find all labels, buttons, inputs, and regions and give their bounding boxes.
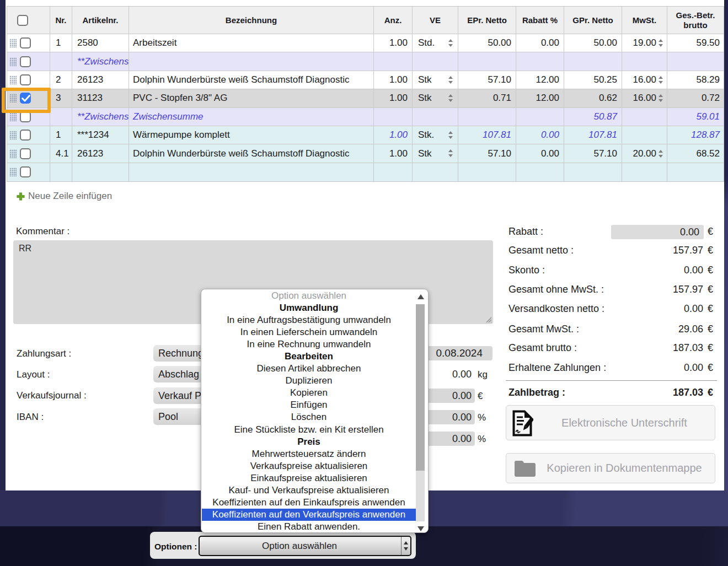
cell-rabatt[interactable]: 0.00 xyxy=(516,144,564,162)
cell-rabatt[interactable] xyxy=(516,52,564,70)
cell-mwst[interactable]: 20.00 xyxy=(622,144,667,162)
dropdown-option[interactable]: Mehrwertsteuersatz ändern xyxy=(202,448,416,460)
electronic-signature-button[interactable]: Elektronische Unterschrift xyxy=(506,405,715,440)
spinner-icon[interactable] xyxy=(448,131,453,139)
cell-gesamt-brutto[interactable] xyxy=(667,52,724,70)
cell-ve[interactable] xyxy=(413,163,458,181)
spinner-icon[interactable] xyxy=(659,94,663,103)
cell-ve[interactable]: Stk. xyxy=(413,126,458,144)
cell-anzahl[interactable]: 1.00 xyxy=(374,144,413,162)
resize-handle-icon[interactable] xyxy=(486,317,492,323)
cell-ve[interactable]: Std. xyxy=(413,34,458,52)
dropdown-option[interactable]: In eine Rechnung umwandeln xyxy=(202,338,416,351)
cell-gpr-netto[interactable]: 107.81 xyxy=(564,126,622,144)
dropdown-option[interactable]: Kauf- und Verkaufspreise aktualisieren xyxy=(202,484,416,497)
cell-epr-netto[interactable] xyxy=(458,108,516,126)
cell-bezeichnung[interactable]: PVC - Stopfen 3/8" AG xyxy=(129,89,374,107)
cell-ve[interactable]: Stk xyxy=(413,144,458,162)
cell-artikelnr[interactable]: 31123 xyxy=(72,89,129,107)
drag-handle-icon[interactable] xyxy=(9,39,17,47)
scroll-up-icon[interactable] xyxy=(417,294,424,299)
cell-gesamt-brutto[interactable] xyxy=(667,163,724,181)
cell-artikelnr[interactable]: 26123 xyxy=(72,144,129,162)
row-checkbox[interactable] xyxy=(20,130,31,141)
cell-bezeichnung[interactable]: Dolphin Wunderbürste weiß Schaumstoff Di… xyxy=(129,144,374,162)
cell-ve[interactable]: Stk xyxy=(413,89,458,107)
cell-ve[interactable]: Stk xyxy=(413,71,458,89)
cell-gesamt-brutto[interactable]: 0.72 xyxy=(667,89,724,107)
cell-bezeichnung[interactable] xyxy=(129,163,374,181)
cell-rabatt[interactable] xyxy=(516,163,564,181)
spinner-icon[interactable] xyxy=(448,76,453,84)
dropdown-option[interactable]: Option auswählen xyxy=(202,290,416,302)
cell-mwst[interactable]: 19.00 xyxy=(622,34,667,52)
row-checkbox[interactable] xyxy=(20,148,31,159)
spinner-icon[interactable] xyxy=(448,149,453,158)
cell-rabatt[interactable] xyxy=(516,108,564,126)
dropdown-option[interactable]: Duplizieren xyxy=(202,375,416,387)
cell-bezeichnung[interactable] xyxy=(129,52,374,70)
cell-gesamt-brutto[interactable]: 128.87 xyxy=(667,126,724,144)
options-select[interactable]: Option auswählen xyxy=(199,536,411,556)
cell-anzahl[interactable]: 1.00 xyxy=(374,71,413,89)
cell-gpr-netto[interactable]: 57.10 xyxy=(564,144,622,162)
dropdown-option[interactable]: Koeffizienten auf den Einkaufspreis anwe… xyxy=(202,497,416,509)
dropdown-option[interactable]: Einfügen xyxy=(202,399,416,411)
dropdown-option[interactable]: In eine Auftragsbestätigung umwandeln xyxy=(202,314,416,326)
spinner-icon[interactable] xyxy=(659,149,663,158)
row-checkbox[interactable] xyxy=(20,37,31,48)
scrollbar-thumb[interactable] xyxy=(416,304,425,471)
cell-bezeichnung[interactable]: Dolphin Wunderbürste weiß Schaumstoff Di… xyxy=(129,71,374,89)
cell-artikelnr[interactable]: ***1234 xyxy=(72,126,129,144)
cell-epr-netto[interactable]: 0.71 xyxy=(458,89,516,107)
dropdown-option[interactable]: Einkaufspreise aktualisieren xyxy=(202,472,416,484)
cell-mwst[interactable] xyxy=(622,126,667,144)
spinner-icon[interactable] xyxy=(448,39,453,47)
cell-gesamt-brutto[interactable]: 68.52 xyxy=(667,144,724,162)
dropdown-option[interactable]: Bearbeiten xyxy=(202,351,416,363)
spinner-icon[interactable] xyxy=(448,94,453,103)
cell-gesamt-brutto[interactable]: 59.50 xyxy=(667,34,724,52)
cell-anzahl[interactable]: 1.00 xyxy=(374,34,413,52)
cell-epr-netto[interactable]: 50.00 xyxy=(458,34,516,52)
dropdown-option[interactable]: Kopieren xyxy=(202,387,416,399)
row-checkbox[interactable] xyxy=(20,56,31,67)
dropdown-option[interactable]: Eine Stückliste bzw. ein Kit erstellen xyxy=(202,424,416,436)
cell-rabatt[interactable]: 0.00 xyxy=(516,126,564,144)
cell-ve[interactable] xyxy=(413,52,458,70)
spinner-icon[interactable] xyxy=(659,39,663,47)
cell-gpr-netto[interactable]: 0.62 xyxy=(564,89,622,107)
dropdown-option[interactable]: In einen Lieferschein umwandeln xyxy=(202,326,416,338)
cell-mwst[interactable] xyxy=(622,163,667,181)
cell-mwst[interactable] xyxy=(622,52,667,70)
dropdown-option[interactable]: Verkaufspreise aktualisieren xyxy=(202,460,416,472)
cell-artikelnr[interactable]: **Zwischensumme** xyxy=(72,52,129,70)
copy-to-folder-button[interactable]: Kopieren in Dokumentenmappe xyxy=(506,453,715,483)
cell-gpr-netto[interactable]: 50.00 xyxy=(564,34,622,52)
cell-bezeichnung[interactable]: Wärmepumpe komplett xyxy=(129,126,374,144)
drag-handle-icon[interactable] xyxy=(9,112,17,121)
drag-handle-icon[interactable] xyxy=(9,76,17,84)
cell-artikelnr[interactable]: 2580 xyxy=(72,34,129,52)
cell-bezeichnung[interactable]: Arbeitszeit xyxy=(129,34,374,52)
cell-rabatt[interactable]: 0.00 xyxy=(516,34,564,52)
cell-ve[interactable] xyxy=(413,108,458,126)
cell-bezeichnung[interactable]: Zwischensumme xyxy=(129,108,374,126)
dropdown-option[interactable]: Umwandlung xyxy=(202,302,416,314)
dropdown-option[interactable]: Preis xyxy=(202,436,416,448)
cell-epr-netto[interactable]: 107.81 xyxy=(458,126,516,144)
cell-anzahl[interactable] xyxy=(374,52,413,70)
cell-anzahl[interactable] xyxy=(374,163,413,181)
dropdown-option[interactable]: Diesen Artikel abbrechen xyxy=(202,363,416,375)
scroll-down-icon[interactable] xyxy=(417,526,424,531)
cell-anzahl[interactable]: 1.00 xyxy=(374,89,413,107)
spinner-icon[interactable] xyxy=(659,76,663,84)
drag-handle-icon[interactable] xyxy=(9,149,17,158)
cell-mwst[interactable] xyxy=(622,108,667,126)
scrollbar-track[interactable] xyxy=(416,304,425,521)
cell-gpr-netto[interactable] xyxy=(564,163,622,181)
cell-mwst[interactable]: 16.00 xyxy=(622,71,667,89)
cell-artikelnr[interactable]: **Zwischensumme** xyxy=(72,108,129,126)
row-checkbox[interactable] xyxy=(20,74,31,85)
cell-anzahl[interactable] xyxy=(374,108,413,126)
